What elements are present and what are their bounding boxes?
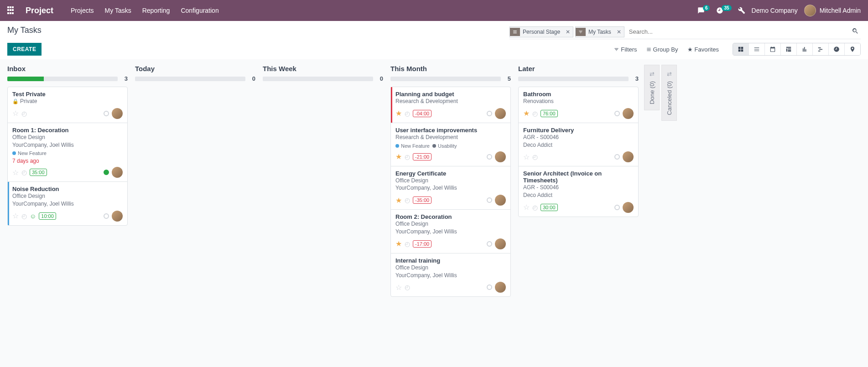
state-dot[interactable] <box>614 154 620 160</box>
nav-mytasks[interactable]: My Tasks <box>105 7 131 14</box>
star-toggle[interactable]: ★ <box>395 239 402 248</box>
assignee-avatar[interactable] <box>112 167 123 178</box>
column-title[interactable]: Later <box>518 65 535 72</box>
user-menu[interactable]: Mitchell Admin <box>804 5 861 16</box>
clock-icon[interactable]: ◴ <box>532 153 538 160</box>
view-activity[interactable] <box>829 43 845 55</box>
folded-column-canceled[interactable]: ⇄ Canceled (0) <box>661 65 677 121</box>
clock-icon[interactable]: ◴ <box>21 212 27 220</box>
app-brand[interactable]: Project <box>26 6 53 16</box>
clock-icon[interactable]: ◴ <box>21 110 27 117</box>
kanban-card[interactable]: Senior Architect (Invoice on Timesheets)… <box>518 166 639 217</box>
activities-icon[interactable]: 35 <box>716 7 731 14</box>
kanban-card[interactable]: Room 2: Decoration Office Design YourCom… <box>390 209 511 253</box>
view-graph[interactable] <box>797 43 813 55</box>
assignee-avatar[interactable] <box>495 238 506 249</box>
clock-icon[interactable]: ◴ <box>532 110 538 117</box>
state-dot[interactable] <box>104 170 109 175</box>
assignee-avatar[interactable] <box>623 108 634 119</box>
state-dot[interactable] <box>487 241 492 247</box>
kanban-card[interactable]: Noise Reduction Office Design YourCompan… <box>7 181 128 226</box>
kanban-card[interactable]: Energy Certificate Office Design YourCom… <box>390 166 511 210</box>
star-toggle[interactable]: ☆ <box>12 168 19 177</box>
column-title[interactable]: This Month <box>390 65 427 72</box>
column-title[interactable]: This Week <box>263 65 296 72</box>
star-toggle[interactable]: ☆ <box>12 212 19 220</box>
view-calendar[interactable] <box>765 43 781 55</box>
kanban-card[interactable]: Internal training Office Design YourComp… <box>390 253 511 297</box>
clock-icon[interactable]: ◴ <box>532 204 538 211</box>
view-list[interactable] <box>749 43 765 55</box>
clock-icon[interactable]: ◴ <box>405 240 410 248</box>
state-dot[interactable] <box>487 284 492 290</box>
column-title[interactable]: Today <box>135 65 155 72</box>
kanban-card[interactable]: Bathroom Renovations ★◴76:00 <box>518 87 639 123</box>
state-dot[interactable] <box>487 154 492 160</box>
clock-icon[interactable]: ◴ <box>405 284 410 291</box>
kanban-card[interactable]: Test Private 🔒Private ☆◴ <box>7 87 128 123</box>
nav-configuration[interactable]: Configuration <box>181 7 218 14</box>
star-toggle[interactable]: ☆ <box>523 203 530 212</box>
state-dot[interactable] <box>104 213 109 219</box>
card-partner: YourCompany, Joel Willis <box>395 184 506 192</box>
apps-icon[interactable] <box>7 6 16 15</box>
assignee-avatar[interactable] <box>623 202 634 213</box>
favorites-dropdown[interactable]: ★Favorites <box>687 46 719 53</box>
star-toggle[interactable]: ☆ <box>12 109 19 118</box>
create-button[interactable]: CREATE <box>7 43 42 56</box>
star-toggle[interactable]: ★ <box>395 109 402 118</box>
view-gantt[interactable] <box>813 43 829 55</box>
view-pivot[interactable] <box>781 43 797 55</box>
facet-groupby-remove[interactable]: ✕ <box>563 29 573 35</box>
assignee-avatar[interactable] <box>495 282 506 293</box>
column-progress[interactable] <box>518 77 629 81</box>
kanban-card[interactable]: Furniture Delivery AGR - S00046 Deco Add… <box>518 123 639 167</box>
assignee-avatar[interactable] <box>495 195 506 206</box>
clock-icon[interactable]: ◴ <box>405 153 410 160</box>
messaging-icon[interactable]: 6 <box>697 7 710 14</box>
nav-reporting[interactable]: Reporting <box>142 7 170 14</box>
state-dot[interactable] <box>487 197 492 203</box>
search-icon[interactable] <box>850 26 861 38</box>
state-dot[interactable] <box>487 111 492 116</box>
assignee-avatar[interactable] <box>112 108 123 119</box>
state-dot[interactable] <box>614 111 620 116</box>
filters-dropdown[interactable]: Filters <box>614 46 637 53</box>
view-map[interactable] <box>845 43 860 55</box>
hours-badge: -35:00 <box>413 196 431 204</box>
facet-filter-remove[interactable]: ✕ <box>614 29 624 35</box>
column-progress[interactable] <box>135 77 245 81</box>
column-progress[interactable] <box>263 77 373 81</box>
clock-icon[interactable]: ◴ <box>21 169 27 176</box>
company-name[interactable]: Demo Company <box>752 7 798 14</box>
column-count: 5 <box>504 75 511 82</box>
star-toggle[interactable]: ☆ <box>395 283 402 292</box>
assignee-avatar[interactable] <box>623 151 634 162</box>
star-toggle[interactable]: ☆ <box>523 153 530 161</box>
clock-icon[interactable]: ◴ <box>405 196 410 204</box>
star-toggle[interactable]: ★ <box>395 196 402 205</box>
state-dot[interactable] <box>104 111 109 116</box>
star-toggle[interactable]: ★ <box>523 109 530 118</box>
groupby-dropdown[interactable]: Group By <box>646 46 678 53</box>
nav-projects[interactable]: Projects <box>71 7 94 14</box>
clock-icon[interactable]: ◴ <box>405 110 410 117</box>
search-input[interactable] <box>626 26 850 37</box>
debug-icon[interactable] <box>738 7 745 14</box>
column-progress[interactable] <box>390 77 501 81</box>
kanban-card[interactable]: Room 1: Decoration Office Design YourCom… <box>7 123 128 182</box>
view-kanban[interactable] <box>733 43 749 55</box>
assignee-avatar[interactable] <box>112 211 123 222</box>
state-dot[interactable] <box>614 205 620 210</box>
kanban-card[interactable]: Planning and budget Research & Developme… <box>390 87 511 123</box>
column-inbox: Inbox 3 Test Private 🔒Private ☆◴ Room 1:… <box>4 65 131 225</box>
column-progress[interactable] <box>7 77 118 81</box>
assignee-avatar[interactable] <box>495 151 506 162</box>
smile-icon[interactable]: ☺ <box>30 212 36 220</box>
column-count: 3 <box>121 75 128 82</box>
folded-column-done[interactable]: ⇄ Done (0) <box>644 65 660 110</box>
assignee-avatar[interactable] <box>495 108 506 119</box>
column-title[interactable]: Inbox <box>7 65 26 72</box>
kanban-card[interactable]: User interface improvements Research & D… <box>390 123 511 166</box>
star-toggle[interactable]: ★ <box>395 152 402 161</box>
